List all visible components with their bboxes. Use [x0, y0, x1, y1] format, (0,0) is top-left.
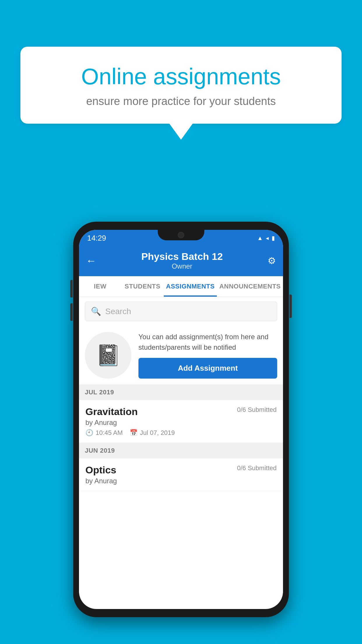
status-time: 14:29: [87, 234, 106, 243]
back-button[interactable]: ←: [86, 255, 96, 267]
empty-state: 📓 You can add assignment(s) from here an…: [79, 326, 283, 384]
assignment-item-gravitation[interactable]: Gravitation 0/6 Submitted by Anurag 🕙 10…: [79, 400, 283, 443]
assignment-meta: 🕙 10:45 AM 📅 Jul 07, 2019: [85, 429, 277, 437]
phone-wrapper: 14:29 ▲ ◂ ▮ ← Physics Batch 12 Owner ⚙: [73, 222, 289, 617]
assignment-name-optics: Optics: [85, 464, 116, 476]
assignment-name: Gravitation: [85, 406, 138, 417]
search-placeholder: Search: [105, 307, 131, 316]
phone-outer: 14:29 ▲ ◂ ▮ ← Physics Batch 12 Owner ⚙: [73, 222, 289, 617]
notebook-icon: 📓: [96, 343, 121, 367]
section-header-jun: JUN 2019: [79, 443, 283, 459]
volume-down-button: [70, 303, 73, 321]
tabs-bar: IEW STUDENTS ASSIGNMENTS ANNOUNCEMENTS: [79, 276, 283, 297]
assignment-row-1-optics: Optics 0/6 Submitted: [85, 464, 277, 476]
assignment-item-optics[interactable]: Optics 0/6 Submitted by Anurag: [79, 459, 283, 491]
bubble-tail: [169, 124, 193, 140]
speech-bubble-container: Online assignments ensure more practice …: [20, 47, 342, 140]
clock-icon: 🕙: [85, 429, 93, 437]
app-header: ← Physics Batch 12 Owner ⚙: [79, 246, 283, 276]
section-header-jul: JUL 2019: [79, 384, 283, 400]
header-title: Physics Batch 12: [141, 251, 223, 262]
signal-icon: ◂: [266, 235, 269, 242]
tab-students[interactable]: STUDENTS: [121, 276, 164, 297]
search-box[interactable]: 🔍 Search: [85, 302, 277, 321]
search-icon: 🔍: [91, 307, 101, 316]
assignment-icon-circle: 📓: [85, 332, 131, 379]
assignment-row-1: Gravitation 0/6 Submitted: [85, 406, 277, 417]
assignment-author-optics: by Anurag: [85, 477, 277, 485]
battery-icon: ▮: [272, 235, 275, 242]
header-title-block: Physics Batch 12 Owner: [141, 251, 223, 270]
header-subtitle: Owner: [141, 262, 223, 270]
tab-announcements[interactable]: ANNOUNCEMENTS: [217, 276, 283, 297]
status-icons: ▲ ◂ ▮: [257, 235, 275, 242]
meta-date: 📅 Jul 07, 2019: [130, 429, 175, 437]
speech-bubble-title: Online assignments: [38, 64, 324, 89]
empty-text-block: You can add assignment(s) from here and …: [138, 332, 277, 379]
tab-assignments[interactable]: ASSIGNMENTS: [164, 276, 217, 297]
camera: [178, 232, 184, 238]
wifi-icon: ▲: [257, 235, 263, 242]
assignment-author: by Anurag: [85, 419, 277, 427]
tab-iew[interactable]: IEW: [79, 276, 121, 297]
settings-icon[interactable]: ⚙: [268, 255, 276, 266]
phone-notch: [158, 230, 204, 240]
phone-screen: 14:29 ▲ ◂ ▮ ← Physics Batch 12 Owner ⚙: [79, 230, 283, 609]
empty-description: You can add assignment(s) from here and …: [138, 332, 277, 353]
meta-time: 🕙 10:45 AM: [85, 429, 123, 437]
search-container: 🔍 Search: [79, 297, 283, 326]
add-assignment-button[interactable]: Add Assignment: [138, 358, 277, 379]
volume-up-button: [70, 280, 73, 298]
calendar-icon: 📅: [130, 429, 138, 437]
speech-bubble-subtitle: ensure more practice for your students: [38, 95, 324, 108]
speech-bubble: Online assignments ensure more practice …: [20, 47, 342, 124]
power-button: [289, 295, 292, 318]
assignment-submitted-optics: 0/6 Submitted: [237, 464, 277, 472]
assignment-submitted: 0/6 Submitted: [237, 406, 277, 414]
